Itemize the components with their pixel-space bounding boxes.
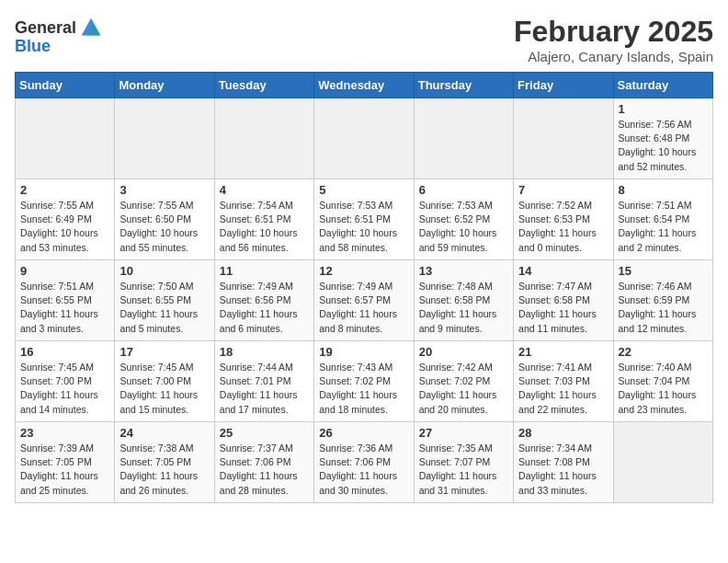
day-info: Sunrise: 7:51 AMSunset: 6:54 PMDaylight:… xyxy=(619,199,708,255)
day-info: Sunrise: 7:38 AMSunset: 7:05 PMDaylight:… xyxy=(119,442,209,498)
day-cell xyxy=(414,98,513,179)
day-info: Sunrise: 7:35 AMSunset: 7:07 PMDaylight:… xyxy=(419,442,508,498)
day-info: Sunrise: 7:48 AMSunset: 6:58 PMDaylight:… xyxy=(419,280,508,336)
day-cell: 23Sunrise: 7:39 AMSunset: 7:05 PMDayligh… xyxy=(16,422,115,503)
day-info: Sunrise: 7:44 AMSunset: 7:01 PMDaylight:… xyxy=(220,361,309,417)
day-info: Sunrise: 7:34 AMSunset: 7:08 PMDaylight:… xyxy=(518,442,608,498)
header: General Blue February 2025 Alajero, Cana… xyxy=(15,15,713,64)
day-info: Sunrise: 7:49 AMSunset: 6:56 PMDaylight:… xyxy=(220,280,309,336)
day-info: Sunrise: 7:52 AMSunset: 6:53 PMDaylight:… xyxy=(518,199,608,255)
header-day-wednesday: Wednesday xyxy=(314,73,414,98)
week-row-1: 2Sunrise: 7:55 AMSunset: 6:49 PMDaylight… xyxy=(16,179,713,260)
day-cell xyxy=(214,98,313,179)
day-cell: 27Sunrise: 7:35 AMSunset: 7:07 PMDayligh… xyxy=(414,422,513,503)
day-cell: 25Sunrise: 7:37 AMSunset: 7:06 PMDayligh… xyxy=(214,422,313,503)
day-number: 13 xyxy=(419,264,508,278)
day-cell xyxy=(613,422,712,503)
day-number: 12 xyxy=(319,264,408,278)
month-title: February 2025 xyxy=(514,15,713,49)
day-number: 11 xyxy=(220,264,309,278)
day-number: 4 xyxy=(220,183,309,197)
day-number: 10 xyxy=(119,264,209,278)
day-cell xyxy=(514,98,613,179)
day-number: 26 xyxy=(319,426,408,440)
day-number: 19 xyxy=(319,345,408,359)
calendar-header-row: SundayMondayTuesdayWednesdayThursdayFrid… xyxy=(16,73,713,98)
day-cell: 8Sunrise: 7:51 AMSunset: 6:54 PMDaylight… xyxy=(613,179,712,260)
day-number: 8 xyxy=(619,183,708,197)
logo-general: General xyxy=(15,18,76,38)
week-row-0: 1Sunrise: 7:56 AMSunset: 6:48 PMDaylight… xyxy=(16,98,713,179)
day-info: Sunrise: 7:41 AMSunset: 7:03 PMDaylight:… xyxy=(518,361,608,417)
day-number: 14 xyxy=(518,264,608,278)
day-cell: 9Sunrise: 7:51 AMSunset: 6:55 PMDaylight… xyxy=(16,260,115,341)
day-info: Sunrise: 7:46 AMSunset: 6:59 PMDaylight:… xyxy=(619,280,708,336)
day-number: 1 xyxy=(619,102,708,116)
header-day-monday: Monday xyxy=(115,73,214,98)
title-area: February 2025 Alajero, Canary Islands, S… xyxy=(514,15,713,64)
day-cell: 14Sunrise: 7:47 AMSunset: 6:58 PMDayligh… xyxy=(514,260,613,341)
day-cell: 24Sunrise: 7:38 AMSunset: 7:05 PMDayligh… xyxy=(115,422,214,503)
day-cell xyxy=(314,98,414,179)
day-number: 5 xyxy=(319,183,408,197)
day-info: Sunrise: 7:49 AMSunset: 6:57 PMDaylight:… xyxy=(319,280,408,336)
day-info: Sunrise: 7:37 AMSunset: 7:06 PMDaylight:… xyxy=(220,442,309,498)
day-cell: 26Sunrise: 7:36 AMSunset: 7:06 PMDayligh… xyxy=(314,422,414,503)
day-info: Sunrise: 7:50 AMSunset: 6:55 PMDaylight:… xyxy=(119,280,209,336)
logo: General Blue xyxy=(15,15,104,56)
logo-icon xyxy=(78,15,104,40)
day-cell: 2Sunrise: 7:55 AMSunset: 6:49 PMDaylight… xyxy=(16,179,115,260)
header-day-tuesday: Tuesday xyxy=(214,73,313,98)
header-day-sunday: Sunday xyxy=(16,73,115,98)
header-day-thursday: Thursday xyxy=(414,73,513,98)
day-number: 25 xyxy=(220,426,309,440)
day-cell: 17Sunrise: 7:45 AMSunset: 7:00 PMDayligh… xyxy=(115,341,214,422)
day-cell: 20Sunrise: 7:42 AMSunset: 7:02 PMDayligh… xyxy=(414,341,513,422)
day-cell: 22Sunrise: 7:40 AMSunset: 7:04 PMDayligh… xyxy=(613,341,712,422)
week-row-4: 23Sunrise: 7:39 AMSunset: 7:05 PMDayligh… xyxy=(16,422,713,503)
day-number: 7 xyxy=(518,183,608,197)
day-cell: 15Sunrise: 7:46 AMSunset: 6:59 PMDayligh… xyxy=(613,260,712,341)
day-number: 22 xyxy=(619,345,708,359)
day-info: Sunrise: 7:45 AMSunset: 7:00 PMDaylight:… xyxy=(119,361,209,417)
day-cell: 28Sunrise: 7:34 AMSunset: 7:08 PMDayligh… xyxy=(514,422,613,503)
day-cell: 12Sunrise: 7:49 AMSunset: 6:57 PMDayligh… xyxy=(314,260,414,341)
day-number: 17 xyxy=(119,345,209,359)
day-info: Sunrise: 7:53 AMSunset: 6:52 PMDaylight:… xyxy=(419,199,508,255)
day-number: 15 xyxy=(619,264,708,278)
header-day-friday: Friday xyxy=(514,73,613,98)
day-info: Sunrise: 7:42 AMSunset: 7:02 PMDaylight:… xyxy=(419,361,508,417)
day-cell: 16Sunrise: 7:45 AMSunset: 7:00 PMDayligh… xyxy=(16,341,115,422)
day-cell: 10Sunrise: 7:50 AMSunset: 6:55 PMDayligh… xyxy=(115,260,214,341)
day-info: Sunrise: 7:53 AMSunset: 6:51 PMDaylight:… xyxy=(319,199,408,255)
day-cell: 7Sunrise: 7:52 AMSunset: 6:53 PMDaylight… xyxy=(514,179,613,260)
day-cell: 13Sunrise: 7:48 AMSunset: 6:58 PMDayligh… xyxy=(414,260,513,341)
day-info: Sunrise: 7:55 AMSunset: 6:49 PMDaylight:… xyxy=(20,199,109,255)
day-info: Sunrise: 7:40 AMSunset: 7:04 PMDaylight:… xyxy=(619,361,708,417)
day-cell xyxy=(115,98,214,179)
day-info: Sunrise: 7:55 AMSunset: 6:50 PMDaylight:… xyxy=(119,199,209,255)
day-info: Sunrise: 7:43 AMSunset: 7:02 PMDaylight:… xyxy=(319,361,408,417)
day-cell: 1Sunrise: 7:56 AMSunset: 6:48 PMDaylight… xyxy=(613,98,712,179)
day-cell: 11Sunrise: 7:49 AMSunset: 6:56 PMDayligh… xyxy=(214,260,313,341)
day-number: 3 xyxy=(119,183,209,197)
day-number: 9 xyxy=(20,264,109,278)
day-number: 18 xyxy=(220,345,309,359)
day-number: 2 xyxy=(20,183,109,197)
day-number: 28 xyxy=(518,426,608,440)
day-cell: 18Sunrise: 7:44 AMSunset: 7:01 PMDayligh… xyxy=(214,341,313,422)
day-number: 20 xyxy=(419,345,508,359)
day-info: Sunrise: 7:36 AMSunset: 7:06 PMDaylight:… xyxy=(319,442,408,498)
day-cell: 3Sunrise: 7:55 AMSunset: 6:50 PMDaylight… xyxy=(115,179,214,260)
day-number: 6 xyxy=(419,183,508,197)
day-info: Sunrise: 7:47 AMSunset: 6:58 PMDaylight:… xyxy=(518,280,608,336)
day-number: 21 xyxy=(518,345,608,359)
day-cell: 19Sunrise: 7:43 AMSunset: 7:02 PMDayligh… xyxy=(314,341,414,422)
day-number: 24 xyxy=(119,426,209,440)
day-cell xyxy=(16,98,115,179)
day-info: Sunrise: 7:56 AMSunset: 6:48 PMDaylight:… xyxy=(619,118,708,174)
day-info: Sunrise: 7:45 AMSunset: 7:00 PMDaylight:… xyxy=(20,361,109,417)
location-title: Alajero, Canary Islands, Spain xyxy=(514,49,713,64)
day-info: Sunrise: 7:39 AMSunset: 7:05 PMDaylight:… xyxy=(20,442,109,498)
day-number: 27 xyxy=(419,426,508,440)
